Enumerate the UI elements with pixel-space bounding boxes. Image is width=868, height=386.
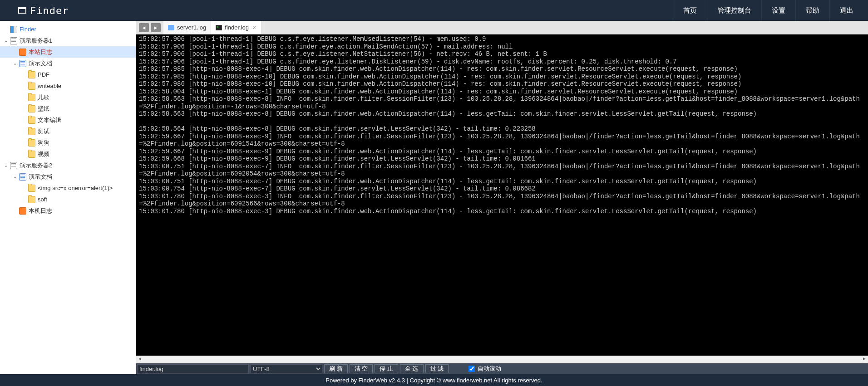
folder-icon <box>28 83 35 90</box>
tree-toggle-icon[interactable]: ⌄ <box>12 61 18 66</box>
tree-toggle-icon[interactable]: ⌄ <box>3 163 9 168</box>
sidebar-tree[interactable]: ⌄Finder⌄演示服务器1⌄本站日志⌄演示文档⌄PDF⌄writeable⌄儿… <box>0 21 136 374</box>
tree-node-12[interactable]: ⌄演示服务器2 <box>0 160 136 171</box>
tree-node-label: 演示服务器1 <box>20 37 52 45</box>
autoscroll-label: 自动滚动 <box>478 365 501 373</box>
tab-nav-arrows: ◄ ► <box>136 21 163 34</box>
log-icon <box>19 49 26 56</box>
tree-node-6[interactable]: ⌄儿歌 <box>0 92 136 103</box>
charset-select[interactable]: UTF-8 <box>251 364 322 373</box>
tree-node-10[interactable]: ⌄狗狗 <box>0 137 136 148</box>
toolbar-button-4[interactable]: 过 滤 <box>425 364 449 373</box>
tree-node-9[interactable]: ⌄测试 <box>0 126 136 137</box>
toolbar-button-0[interactable]: 刷 新 <box>324 364 348 373</box>
main-panel: ◄ ► server1.logfinder.log× 15:02:57.906 … <box>136 21 868 374</box>
tree-node-label: 儿歌 <box>38 93 49 102</box>
nav-back-button[interactable]: ◄ <box>139 23 149 32</box>
toolbar-button-3[interactable]: 全 选 <box>400 364 424 373</box>
autoscroll-input[interactable] <box>469 366 475 372</box>
tab-1[interactable]: finder.log× <box>211 21 262 34</box>
tree-node-label: 演示文档 <box>29 59 52 68</box>
doc-icon <box>19 60 26 67</box>
tree-node-3[interactable]: ⌄演示文档 <box>0 58 136 69</box>
folder-icon <box>28 94 35 101</box>
tree-node-label: 狗狗 <box>38 139 49 147</box>
autoscroll-checkbox[interactable]: 自动滚动 <box>469 365 501 373</box>
nav-item-1[interactable]: 管理控制台 <box>707 0 761 21</box>
console-toolbar: UTF-8 刷 新清 空停 止全 选过 滤 自动滚动 <box>136 363 868 374</box>
page-icon <box>10 37 17 44</box>
tree-node-label: 本站日志 <box>29 48 52 56</box>
tree-node-15[interactable]: ⌄soft <box>0 194 136 205</box>
tree-node-14[interactable]: ⌄<img src=x onerror=alert(1)> <box>0 182 136 194</box>
footer-text: Powered by FinderWeb v2.4.3 | Copyright … <box>326 377 542 384</box>
folder-icon <box>168 25 174 30</box>
tree-node-label: 壁纸 <box>38 105 49 113</box>
tab-label: finder.log <box>225 24 249 31</box>
tab-0[interactable]: server1.log <box>163 21 211 34</box>
folder-icon <box>28 196 35 203</box>
tree-node-0[interactable]: ⌄Finder <box>0 24 136 35</box>
logo[interactable]: Finder <box>18 5 69 16</box>
tree-toggle-icon[interactable]: ⌄ <box>3 38 9 43</box>
toolbar-button-1[interactable]: 清 空 <box>350 364 373 373</box>
tree-node-8[interactable]: ⌄文本编辑 <box>0 114 136 126</box>
tree-node-2[interactable]: ⌄本站日志 <box>0 46 136 58</box>
log-console[interactable]: 15:02:57.906 [pool-1-thread-1] DEBUG c.s… <box>136 34 868 356</box>
filename-input[interactable] <box>137 364 249 373</box>
tab-bar: ◄ ► server1.logfinder.log× <box>136 21 868 34</box>
toolbar-button-2[interactable]: 停 止 <box>375 364 398 373</box>
tree-node-label: PDF <box>38 71 49 78</box>
tree-node-label: 本机日志 <box>29 207 52 215</box>
tree-node-11[interactable]: ⌄视频 <box>0 148 136 160</box>
folder-icon <box>28 151 35 158</box>
tree-node-16[interactable]: ⌄本机日志 <box>0 205 136 216</box>
terminal-icon <box>216 25 222 30</box>
tree-node-7[interactable]: ⌄壁纸 <box>0 103 136 114</box>
nav-item-3[interactable]: 帮助 <box>795 0 829 21</box>
header: Finder 首页管理控制台设置帮助退出 <box>0 0 868 21</box>
tree-node-13[interactable]: ⌄演示文档 <box>0 171 136 182</box>
tree-node-label: 演示服务器2 <box>20 161 52 170</box>
tab-close-icon[interactable]: × <box>252 24 257 31</box>
horizontal-scrollbar[interactable] <box>136 356 868 363</box>
tree-node-5[interactable]: ⌄writeable <box>0 80 136 92</box>
log-icon <box>19 207 26 215</box>
folder-icon <box>28 71 35 78</box>
tree-node-4[interactable]: ⌄PDF <box>0 69 136 80</box>
tree-node-label: <img src=x onerror=alert(1)> <box>38 185 113 191</box>
tree-node-label: 文本编辑 <box>38 116 61 124</box>
nav-item-2[interactable]: 设置 <box>761 0 795 21</box>
folder-icon <box>28 139 35 147</box>
folder-icon <box>28 105 35 112</box>
page-icon <box>10 162 17 169</box>
nav-item-0[interactable]: 首页 <box>673 0 707 21</box>
finder-icon <box>10 26 17 33</box>
nav-forward-button[interactable]: ► <box>151 23 161 32</box>
tree-node-label: 视频 <box>38 150 49 158</box>
doc-icon <box>19 173 26 181</box>
tree-node-label: 测试 <box>38 127 49 136</box>
tree-node-label: Finder <box>20 26 36 33</box>
top-nav: 首页管理控制台设置帮助退出 <box>673 0 863 21</box>
tree-node-label: writeable <box>38 83 61 89</box>
footer: Powered by FinderWeb v2.4.3 | Copyright … <box>0 374 868 386</box>
tree-node-label: 演示文档 <box>29 173 52 181</box>
folder-icon <box>28 185 35 192</box>
folder-icon <box>28 117 35 124</box>
tree-node-1[interactable]: ⌄演示服务器1 <box>0 35 136 46</box>
tree-node-label: soft <box>38 196 47 203</box>
logo-icon <box>18 7 26 14</box>
nav-item-4[interactable]: 退出 <box>829 0 863 21</box>
tab-label: server1.log <box>177 24 206 31</box>
tree-toggle-icon[interactable]: ⌄ <box>12 174 18 179</box>
brand-text: Finder <box>30 5 69 16</box>
folder-icon <box>28 128 35 135</box>
